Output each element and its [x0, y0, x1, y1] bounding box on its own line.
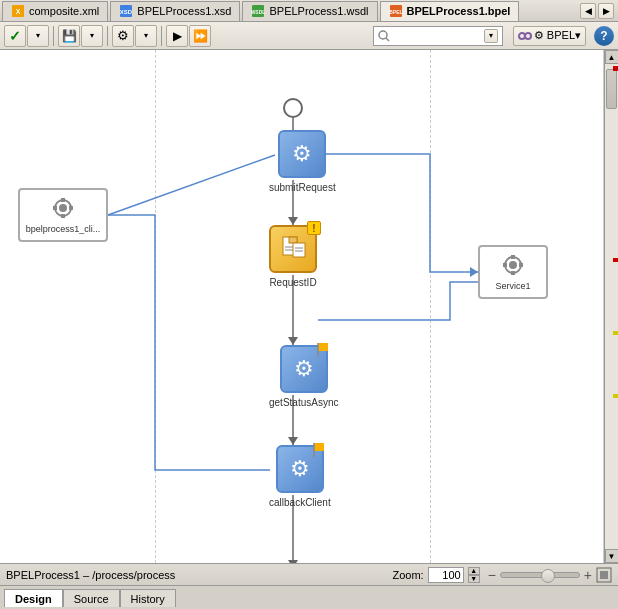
zoom-slider-thumb[interactable]	[541, 569, 555, 583]
node-get-status[interactable]: ⚙ getStatusAsync	[269, 345, 338, 408]
lane-line-right	[430, 50, 431, 563]
bottom-tab-design[interactable]: Design	[4, 589, 63, 607]
node-callback[interactable]: ⚙ callbackClient	[269, 445, 331, 508]
toolbar: ✓ ▾ 💾 ▾ ⚙ ▾ ▶ ⏩ ▾ ⚙ BPEL▾ ?	[0, 22, 618, 50]
main-area: ⚙ submitRequest ! RequestID	[0, 50, 618, 563]
tab-xsd[interactable]: XSD BPELProcess1.xsd	[110, 1, 240, 21]
zoom-fit-icon[interactable]	[596, 567, 612, 583]
node-box-request[interactable]: !	[269, 225, 317, 273]
svc-box-service1[interactable]: Service1	[478, 245, 548, 299]
run-btn[interactable]: ▶	[166, 25, 188, 47]
validate-btn[interactable]: ✓	[4, 25, 26, 47]
v-scrollbar: ▲ ▼	[604, 50, 618, 563]
slider-area: − +	[488, 567, 612, 583]
svg-rect-44	[511, 255, 515, 259]
svg-marker-20	[288, 560, 298, 563]
zoom-area: Zoom: ▲ ▼	[392, 567, 479, 583]
svg-text:XSD: XSD	[120, 9, 133, 15]
node-label-callback: callbackClient	[269, 497, 331, 508]
svg-rect-45	[511, 271, 515, 275]
svg-rect-38	[61, 198, 65, 202]
zoom-slider[interactable]	[500, 572, 580, 578]
help-btn[interactable]: ?	[594, 26, 614, 46]
ext-box-bpelclient[interactable]: bpelprocess1_cli...	[18, 188, 108, 242]
flag-badge-callback	[313, 442, 327, 460]
search-dd-btn[interactable]: ▾	[484, 29, 498, 43]
gear-icon-status: ⚙	[294, 356, 314, 382]
zoom-spinner: ▲ ▼	[468, 567, 480, 583]
gear-icon-callback: ⚙	[290, 456, 310, 482]
svg-rect-47	[519, 263, 523, 267]
scroll-marker-yellow2	[613, 394, 618, 398]
canvas[interactable]: ⚙ submitRequest ! RequestID	[0, 50, 604, 563]
wsdl-icon: WSDL	[251, 4, 265, 18]
zoom-up-btn[interactable]: ▲	[468, 567, 480, 575]
zoom-down-btn[interactable]: ▼	[468, 575, 480, 583]
scroll-thumb[interactable]	[606, 69, 617, 109]
search-icon	[378, 30, 390, 42]
doc-icon	[279, 235, 307, 263]
gear-dd-btn[interactable]: ▾	[135, 25, 157, 47]
scroll-track[interactable]	[605, 64, 618, 549]
ext-box-label: bpelprocess1_cli...	[26, 224, 101, 234]
bpel-menu-btn[interactable]: ⚙ BPEL▾	[513, 26, 586, 46]
node-box-submit[interactable]: ⚙	[278, 130, 326, 178]
svg-text:BPEL: BPEL	[389, 9, 402, 15]
tab-bpel[interactable]: BPEL BPELProcess1.bpel	[380, 1, 520, 21]
node-label-submit: submitRequest	[269, 182, 336, 193]
node-request-id[interactable]: ! RequestID	[269, 225, 317, 288]
scroll-marker-red-mid	[613, 258, 618, 262]
scroll-up-btn[interactable]: ▲	[605, 50, 619, 64]
run2-btn[interactable]: ⏩	[189, 25, 211, 47]
save-btn[interactable]: 💾	[58, 25, 80, 47]
node-box-status[interactable]: ⚙	[280, 345, 328, 393]
xml-icon: X	[11, 4, 25, 18]
gear-icon-svc	[501, 253, 525, 277]
scroll-marker-red-top	[613, 66, 618, 71]
zoom-out-icon[interactable]: −	[488, 567, 496, 583]
start-node[interactable]	[283, 98, 303, 118]
node-submit-request[interactable]: ⚙ submitRequest	[269, 130, 336, 193]
svg-point-43	[509, 261, 517, 269]
warning-badge: !	[307, 221, 321, 235]
scroll-down-btn[interactable]: ▼	[605, 549, 619, 563]
xsd-icon: XSD	[119, 4, 133, 18]
svg-rect-27	[293, 243, 305, 257]
sep1	[53, 26, 54, 46]
win-prev-btn[interactable]: ◀	[580, 3, 596, 19]
svg-rect-34	[314, 443, 324, 451]
save-dd-btn[interactable]: ▾	[81, 25, 103, 47]
bottom-tab-source[interactable]: Source	[63, 589, 120, 607]
tab-composite-xml[interactable]: X composite.xml	[2, 1, 108, 21]
svg-marker-22	[470, 267, 478, 277]
gear-icon-ext	[51, 196, 75, 220]
zoom-input[interactable]	[428, 567, 464, 583]
dropdown-arrow-btn[interactable]: ▾	[27, 25, 49, 47]
zoom-in-icon[interactable]: +	[584, 567, 592, 583]
gear-btn[interactable]: ⚙	[112, 25, 134, 47]
svg-rect-49	[600, 571, 608, 579]
node-label-request: RequestID	[269, 277, 316, 288]
svg-rect-46	[503, 263, 507, 267]
svg-line-21	[108, 155, 275, 215]
svg-line-9	[386, 38, 389, 41]
bottom-tab-history[interactable]: History	[120, 589, 176, 607]
node-box-callback[interactable]: ⚙	[276, 445, 324, 493]
svg-rect-31	[318, 343, 328, 351]
svg-marker-14	[288, 217, 298, 225]
svg-rect-39	[61, 214, 65, 218]
svg-rect-41	[69, 206, 73, 210]
search-input[interactable]	[392, 30, 482, 42]
node-label-status: getStatusAsync	[269, 397, 338, 408]
sep3	[161, 26, 162, 46]
sep2	[107, 26, 108, 46]
svg-marker-18	[288, 437, 298, 445]
status-path: BPELProcess1 – /process/process	[6, 569, 384, 581]
svg-rect-24	[289, 237, 297, 243]
tab-wsdl[interactable]: WSDL BPELProcess1.wsdl	[242, 1, 377, 21]
svg-text:X: X	[16, 8, 21, 15]
gear-icon-submit: ⚙	[292, 141, 312, 167]
win-next-btn[interactable]: ▶	[598, 3, 614, 19]
search-box: ▾	[373, 26, 503, 46]
svg-point-8	[379, 31, 387, 39]
